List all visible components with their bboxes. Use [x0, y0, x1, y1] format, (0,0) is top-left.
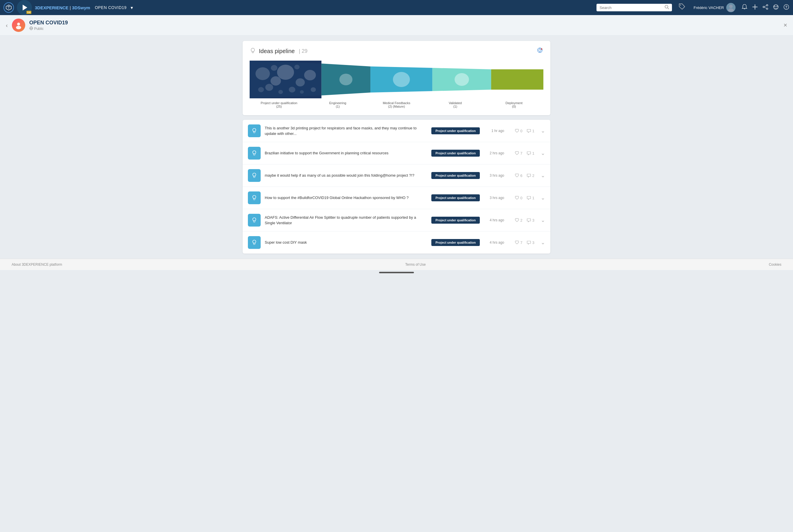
- funnel-label-5: Deployment (0): [485, 101, 543, 108]
- idea-text-4: How to support the #BuildforCOVID19 Glob…: [265, 195, 427, 201]
- idea-comments-1: 1: [527, 129, 534, 133]
- share-button[interactable]: [762, 4, 769, 12]
- help-button[interactable]: ?: [783, 4, 790, 12]
- svg-line-10: [764, 5, 767, 7]
- add-button[interactable]: [752, 4, 758, 12]
- idea-item[interactable]: This is another 3d printing project for …: [243, 120, 550, 142]
- svg-point-44: [278, 90, 283, 94]
- idea-item-5[interactable]: ADAFS: Active Differential Air Flow Spli…: [243, 209, 550, 231]
- idea-item-3[interactable]: maybe it would help if as many of us as …: [243, 165, 550, 187]
- footer: About 3DEXPERIENCE platform Terms of Use…: [0, 259, 793, 270]
- svg-point-40: [265, 84, 273, 91]
- svg-point-22: [251, 48, 255, 52]
- idea-text-1: This is another 3d printing project for …: [265, 125, 427, 137]
- idea-stats-5: 2 3: [508, 218, 534, 223]
- idea-time-3: 3 hrs ago: [484, 173, 504, 177]
- svg-point-52: [253, 151, 256, 154]
- expand-button-5[interactable]: ⌄: [541, 217, 545, 223]
- svg-point-8: [763, 6, 764, 7]
- idea-time-4: 3 hrs ago: [484, 196, 504, 200]
- idea-icon-6: [248, 236, 261, 249]
- idea-comments-2: 1: [527, 151, 534, 155]
- idea-item-4[interactable]: How to support the #BuildforCOVID19 Glob…: [243, 187, 550, 209]
- idea-icon-3: [248, 169, 261, 182]
- idea-time-1: 1 hr ago: [484, 129, 504, 133]
- scroll-indicator: [379, 272, 414, 273]
- community-visibility: Public: [29, 26, 68, 31]
- footer-about-link[interactable]: About 3DEXPERIENCE platform: [12, 263, 62, 267]
- main-content: Ideas pipeline | 29: [237, 36, 556, 259]
- svg-line-11: [764, 7, 767, 8]
- funnel-label-2: Engineering (1): [308, 101, 367, 108]
- svg-point-25: [539, 49, 541, 51]
- footer-terms-link[interactable]: Terms of Use: [405, 263, 426, 267]
- top-navigation: V.8 3DEXPERIENCE | 3DSwym OPEN COVID19 ▾…: [0, 0, 793, 15]
- svg-point-9: [767, 8, 768, 9]
- idea-time-6: 4 hrs ago: [484, 241, 504, 245]
- svg-point-50: [455, 73, 469, 86]
- svg-point-4: [728, 8, 734, 12]
- svg-point-46: [271, 65, 277, 71]
- idea-icon-4: [248, 191, 261, 204]
- play-button[interactable]: V.8: [17, 0, 32, 15]
- svg-point-14: [776, 6, 778, 7]
- idea-text-6: Super low cost DIY mask: [265, 240, 427, 245]
- idea-stats-2: 7 1: [508, 151, 534, 155]
- svg-point-2: [680, 5, 681, 5]
- version-badge: V.8: [26, 11, 31, 14]
- idea-stats-4: 0 1: [508, 195, 534, 200]
- tag-icon[interactable]: [678, 3, 686, 12]
- pipeline-title: Ideas pipeline | 29: [250, 47, 307, 55]
- idea-text-3: maybe it would help if as many of us as …: [265, 173, 427, 178]
- svg-point-45: [300, 90, 303, 94]
- nav-dropdown-button[interactable]: ▾: [131, 5, 133, 11]
- idea-comments-3: 2: [527, 173, 534, 178]
- funnel-label-3: Medical Feedbacks (2) (Mature): [367, 101, 426, 108]
- expand-button-3[interactable]: ⌄: [541, 172, 545, 179]
- back-button[interactable]: ‹: [6, 22, 8, 29]
- svg-point-18: [16, 26, 21, 29]
- close-button[interactable]: ×: [783, 21, 787, 29]
- pipeline-filter-icon[interactable]: [536, 47, 543, 55]
- pipeline-header: Ideas pipeline | 29: [250, 47, 543, 55]
- search-input[interactable]: [600, 5, 665, 10]
- idea-likes-6: 7: [515, 240, 522, 245]
- social-button[interactable]: [773, 4, 779, 12]
- expand-button-2[interactable]: ⌄: [541, 150, 545, 156]
- idea-item-6[interactable]: Super low cost DIY mask Project under qu…: [243, 231, 550, 253]
- funnel-labels: Project under qualification (25) Enginee…: [250, 101, 543, 108]
- expand-button-4[interactable]: ⌄: [541, 195, 545, 201]
- nav-community-name: OPEN COVID19: [95, 5, 127, 10]
- idea-badge-4: Project under qualification: [431, 194, 480, 201]
- user-info: Frédéric VACHER: [694, 3, 736, 12]
- pipeline-card: Ideas pipeline | 29: [243, 41, 550, 115]
- community-title: OPEN COVID19: [29, 20, 68, 26]
- idea-text-5: ADAFS: Active Differential Air Flow Spli…: [265, 215, 427, 226]
- nav-title: 3DEXPERIENCE | 3DSwym: [35, 5, 90, 10]
- svg-marker-34: [491, 69, 543, 90]
- funnel-label-1: Project under qualification (25): [250, 101, 308, 108]
- footer-cookies-link[interactable]: Cookies: [769, 263, 781, 267]
- user-avatar[interactable]: [726, 3, 736, 12]
- svg-point-39: [304, 70, 316, 80]
- svg-point-38: [296, 78, 305, 87]
- svg-point-7: [767, 4, 768, 6]
- idea-stats-6: 7 3: [508, 240, 534, 245]
- notifications-button[interactable]: [741, 4, 748, 12]
- app-logo[interactable]: [3, 2, 14, 13]
- idea-likes-1: 0: [515, 129, 522, 133]
- idea-comments-5: 3: [527, 218, 534, 223]
- svg-point-35: [255, 67, 270, 80]
- ideas-list: This is another 3d printing project for …: [243, 120, 550, 253]
- community-avatar: [12, 19, 25, 32]
- idea-stats-3: 6 2: [508, 173, 534, 178]
- pipeline-title-text: Ideas pipeline: [259, 48, 295, 55]
- idea-item-2[interactable]: Brazilian initiative to support the Gove…: [243, 142, 550, 165]
- expand-button-6[interactable]: ⌄: [541, 239, 545, 246]
- idea-likes-4: 0: [515, 195, 522, 200]
- svg-point-37: [277, 65, 294, 80]
- svg-point-43: [258, 87, 264, 92]
- expand-button-1[interactable]: ⌄: [541, 128, 545, 134]
- idea-badge-2: Project under qualification: [431, 150, 480, 157]
- svg-point-13: [774, 6, 775, 7]
